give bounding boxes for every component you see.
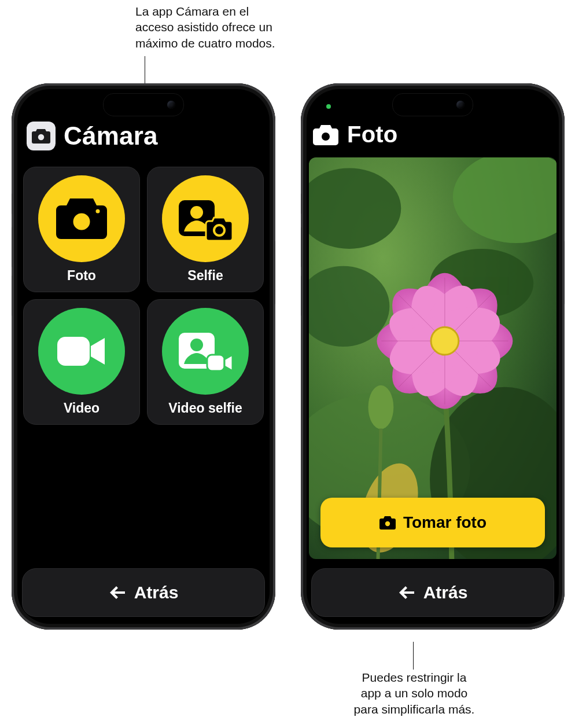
side-button — [301, 227, 301, 267]
back-label: Atrás — [423, 583, 468, 602]
dynamic-island — [103, 93, 184, 116]
callout-bottom-leader — [413, 642, 414, 670]
side-button — [275, 241, 275, 304]
app-title: Cámara — [64, 122, 158, 150]
back-button[interactable]: Atrás — [311, 568, 554, 617]
mode-video-selfie[interactable]: Video selfie — [147, 299, 264, 425]
svg-point-22 — [368, 385, 394, 429]
svg-point-10 — [190, 339, 203, 351]
svg-rect-8 — [57, 337, 90, 366]
camera-app-icon — [27, 122, 56, 150]
svg-point-4 — [96, 209, 100, 214]
camera-viewfinder: Tomar foto — [309, 157, 556, 559]
mode-foto[interactable]: Foto — [23, 167, 140, 292]
side-button — [301, 193, 301, 214]
mode-video-label: Video — [64, 400, 99, 416]
mode-grid: Foto Selfie — [23, 167, 264, 425]
camera-icon — [312, 124, 339, 146]
mode-selfie-label: Selfie — [187, 268, 223, 284]
app-header: Cámara — [27, 122, 260, 150]
mode-video[interactable]: Video — [23, 299, 140, 425]
app-title: Foto — [347, 122, 397, 148]
mode-video-selfie-label: Video selfie — [168, 400, 242, 416]
callout-top: La app Cámara en el acceso asistido ofre… — [135, 3, 309, 51]
take-photo-button[interactable]: Tomar foto — [320, 498, 545, 547]
callout-bottom: Puedes restringir la app a un solo modo … — [339, 670, 489, 717]
mode-selfie[interactable]: Selfie — [147, 167, 264, 292]
side-button — [12, 227, 12, 267]
phone-left: Cámara Foto — [12, 83, 275, 630]
side-button — [12, 193, 12, 214]
take-photo-label: Tomar foto — [403, 513, 487, 532]
side-button — [564, 241, 565, 304]
phone-right: Foto — [301, 83, 565, 630]
camera-privacy-indicator — [326, 104, 331, 109]
mode-foto-label: Foto — [67, 268, 96, 284]
side-button — [301, 275, 301, 316]
back-label: Atrás — [134, 583, 179, 602]
mode-video-icon — [38, 308, 125, 395]
dynamic-island — [392, 93, 473, 116]
svg-point-6 — [190, 206, 203, 219]
arrow-left-icon — [109, 585, 126, 600]
svg-rect-11 — [207, 355, 224, 371]
camera-icon — [379, 516, 396, 530]
mode-selfie-icon — [162, 175, 249, 262]
side-button — [12, 275, 12, 316]
mode-foto-icon — [38, 175, 125, 262]
mode-video-selfie-icon — [162, 308, 249, 395]
arrow-left-icon — [398, 585, 415, 600]
app-header: Foto — [312, 122, 553, 148]
back-button[interactable]: Atrás — [22, 568, 265, 617]
